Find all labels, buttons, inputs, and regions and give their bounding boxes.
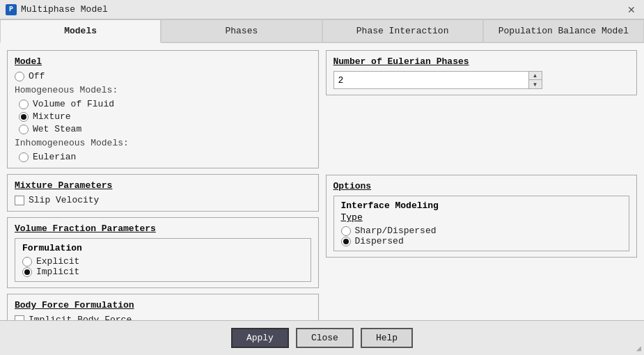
mixture-params-title: Mixture Parameters: [15, 180, 311, 191]
model-option-eulerian[interactable]: Eulerian: [15, 152, 311, 162]
right-column: Number of Eulerian Phases 2 ▲ ▼ Options: [326, 50, 638, 320]
formulation-box: Formulation Explicit Implicit: [15, 238, 311, 282]
window-close-button[interactable]: ✕: [625, 5, 638, 15]
close-button[interactable]: Close: [296, 328, 354, 348]
body-force-title: Body Force Formulation: [15, 300, 311, 310]
volume-fraction-section: Volume Fraction Parameters Formulation E…: [7, 217, 319, 288]
eulerian-phases-section: Number of Eulerian Phases 2 ▲ ▼: [326, 50, 638, 95]
slip-velocity-option[interactable]: Slip Velocity: [15, 195, 311, 205]
radio-dispersed[interactable]: [341, 237, 351, 246]
radio-vof[interactable]: [19, 100, 29, 109]
options-title: Options: [333, 181, 630, 191]
spin-up-button[interactable]: ▲: [529, 72, 542, 80]
radio-eulerian[interactable]: [19, 152, 29, 162]
model-options: Off Homogeneous Models: Volume of Fluid: [15, 71, 311, 162]
spin-down-button[interactable]: ▼: [529, 80, 542, 88]
title-bar: P Multiphase Model ✕: [0, 0, 644, 19]
help-button[interactable]: Help: [361, 328, 413, 348]
radio-sharp-dispersed[interactable]: [341, 226, 351, 236]
formulation-label: Formulation: [22, 243, 304, 253]
tab-phase-interaction[interactable]: Phase Interaction: [322, 19, 483, 42]
radio-implicit[interactable]: [22, 267, 32, 277]
checkbox-implicit-body-force[interactable]: [15, 315, 24, 321]
model-section: Model Off Homogeneous Models: Volume of …: [7, 50, 319, 168]
window-title: Multiphase Model: [21, 4, 108, 15]
spacer-2: [326, 263, 638, 320]
interface-dispersed[interactable]: Dispersed: [341, 236, 622, 246]
app-icon: P: [6, 4, 17, 15]
model-option-wet-steam[interactable]: Wet Steam: [15, 124, 311, 134]
homogeneous-label: Homogeneous Models:: [15, 85, 311, 95]
interface-modeling-box: Interface Modeling Type Sharp/Dispersed …: [333, 196, 630, 251]
mixture-params-section: Mixture Parameters Slip Velocity: [7, 174, 319, 212]
model-section-title: Model: [15, 56, 311, 67]
tab-population-balance[interactable]: Population Balance Model: [483, 19, 644, 42]
spacer: [326, 101, 638, 169]
type-label: Type: [341, 212, 622, 223]
formulation-implicit[interactable]: Implicit: [22, 267, 304, 277]
checkbox-slip-velocity[interactable]: [15, 196, 24, 205]
bottom-bar: Apply Close Help: [0, 320, 644, 355]
model-option-off[interactable]: Off: [15, 71, 311, 81]
inhomogeneous-label: Inhomogeneous Models:: [15, 138, 311, 148]
formulation-explicit[interactable]: Explicit: [22, 256, 304, 267]
eulerian-phases-input[interactable]: 2: [334, 73, 528, 88]
implicit-body-force-option[interactable]: Implicit Body Force: [15, 315, 311, 320]
radio-explicit[interactable]: [22, 257, 32, 267]
apply-button[interactable]: Apply: [231, 328, 289, 348]
eulerian-phases-title: Number of Eulerian Phases: [333, 56, 630, 67]
resize-handle[interactable]: ◢: [636, 343, 641, 354]
volume-fraction-title: Volume Fraction Parameters: [15, 223, 311, 234]
left-column: Model Off Homogeneous Models: Volume of …: [7, 50, 319, 320]
tab-bar: Models Phases Phase Interaction Populati…: [0, 19, 644, 43]
options-section: Options Interface Modeling Type Sharp/Di…: [326, 175, 638, 258]
spin-buttons: ▲ ▼: [528, 72, 542, 88]
tab-models[interactable]: Models: [0, 19, 161, 43]
radio-wet-steam[interactable]: [19, 125, 29, 134]
main-content: Model Off Homogeneous Models: Volume of …: [0, 43, 644, 320]
tab-phases[interactable]: Phases: [161, 19, 322, 42]
model-option-mixture[interactable]: Mixture: [15, 111, 311, 122]
radio-mixture[interactable]: [19, 112, 29, 122]
interface-modeling-title: Interface Modeling: [341, 200, 622, 211]
eulerian-phases-input-wrap: 2 ▲ ▼: [333, 71, 542, 89]
body-force-section: Body Force Formulation Implicit Body For…: [7, 294, 319, 320]
radio-off[interactable]: [15, 72, 24, 81]
model-option-vof[interactable]: Volume of Fluid: [15, 99, 311, 109]
interface-sharp-dispersed[interactable]: Sharp/Dispersed: [341, 226, 622, 236]
